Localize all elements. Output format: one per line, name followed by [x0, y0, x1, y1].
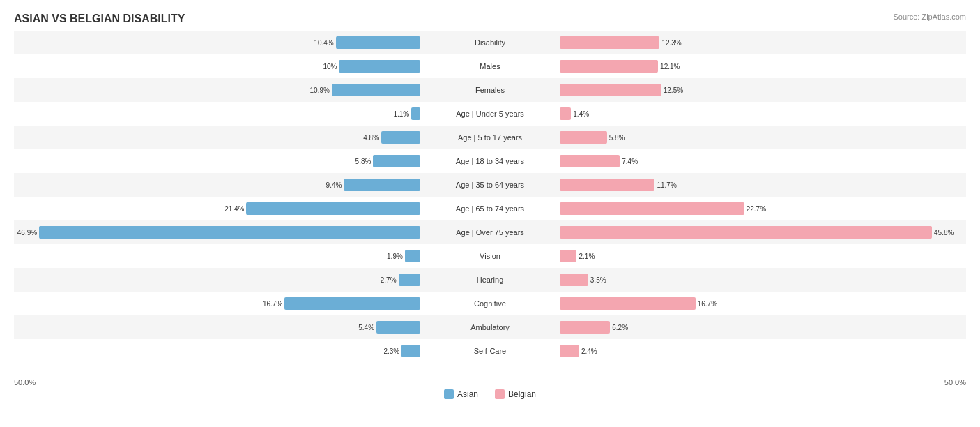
bar-pink: [560, 297, 696, 310]
bar-row: 21.4% Age | 65 to 74 years 22.7%: [14, 197, 966, 220]
bar-blue: [373, 155, 420, 167]
bar-left-wrapper: 10.4%: [14, 31, 420, 54]
bar-pink: [560, 107, 571, 120]
legend-box-asian: [444, 389, 454, 399]
val-left: 9.4%: [326, 181, 344, 189]
bar-left-wrapper: 5.4%: [14, 315, 420, 339]
axis-right: 50.0%: [944, 378, 966, 387]
bar-right-wrapper: 22.7%: [560, 197, 966, 220]
axis-labels: 50.0% 50.0%: [14, 378, 966, 387]
bar-right-wrapper: 2.1%: [560, 244, 966, 268]
bar-label: Age | Under 5 years: [420, 110, 560, 118]
chart-area: 10.4% Disability 12.3% 10% M: [14, 31, 966, 375]
val-left: 16.7%: [263, 300, 284, 308]
val-left: 46.9%: [17, 229, 39, 237]
val-left: 5.8%: [355, 158, 374, 165]
bar-right-wrapper: 11.7%: [560, 173, 966, 197]
bar-pink: [560, 36, 659, 49]
val-right: 22.7%: [744, 205, 766, 213]
bar-left-wrapper: 2.7%: [14, 268, 420, 292]
bar-blue: [376, 321, 420, 334]
bar-row: 1.9% Vision 2.1%: [14, 244, 966, 268]
bar-row: 4.8% Age | 5 to 17 years 5.8%: [14, 126, 966, 149]
val-right: 2.4%: [579, 347, 597, 355]
chart-title: ASIAN VS BELGIAN DISABILITY: [14, 13, 966, 25]
bar-right-wrapper: 12.5%: [560, 78, 966, 102]
val-left: 2.3%: [383, 347, 401, 355]
bar-label: Age | 18 to 34 years: [420, 157, 560, 165]
val-right: 12.5%: [661, 87, 683, 94]
bar-pink: [560, 321, 610, 334]
bar-row: 1.1% Age | Under 5 years 1.4%: [14, 102, 966, 126]
val-right: 6.2%: [610, 324, 628, 331]
val-right: 12.1%: [658, 63, 680, 70]
bar-right-wrapper: 45.8%: [560, 220, 966, 244]
axis-left: 50.0%: [14, 378, 36, 387]
bar-label: Disability: [420, 38, 560, 47]
legend-item-belgian: Belgian: [495, 389, 536, 399]
val-right: 7.4%: [620, 158, 638, 165]
chart-container: ASIAN VS BELGIAN DISABILITY Source: ZipA…: [0, 0, 980, 427]
bar-right-wrapper: 12.1%: [560, 54, 966, 78]
bar-label: Ambulatory: [420, 323, 560, 331]
bar-right-wrapper: 16.7%: [560, 292, 966, 315]
bar-label: Age | 35 to 64 years: [420, 181, 560, 189]
source-text: Source: ZipAtlas.com: [893, 13, 966, 21]
bar-pink: [560, 84, 661, 96]
bar-left-wrapper: 9.4%: [14, 173, 420, 197]
bar-pink: [560, 155, 620, 167]
bar-pink: [560, 179, 654, 191]
bar-row: 5.8% Age | 18 to 34 years 7.4%: [14, 149, 966, 173]
bar-pink: [560, 202, 744, 215]
bar-left-wrapper: 21.4%: [14, 197, 420, 220]
bar-right-wrapper: 3.5%: [560, 268, 966, 292]
bar-right-wrapper: 5.8%: [560, 126, 966, 149]
val-right: 11.7%: [654, 181, 676, 189]
bar-label: Age | 65 to 74 years: [420, 204, 560, 213]
bar-pink: [560, 274, 588, 286]
bar-label: Hearing: [420, 276, 560, 284]
bar-blue: [336, 36, 420, 49]
bar-right-wrapper: 6.2%: [560, 315, 966, 339]
bar-blue: [339, 60, 420, 73]
val-right: 3.5%: [588, 276, 606, 284]
val-left: 5.4%: [358, 324, 376, 331]
bar-blue: [332, 84, 420, 96]
val-right: 5.8%: [607, 134, 625, 142]
val-right: 45.8%: [932, 229, 954, 237]
legend-label-asian: Asian: [457, 389, 478, 399]
bar-row: 2.7% Hearing 3.5%: [14, 268, 966, 292]
val-right: 16.7%: [696, 300, 717, 308]
bar-label: Age | Over 75 years: [420, 228, 560, 237]
val-right: 2.1%: [576, 253, 595, 260]
val-left: 10.4%: [314, 39, 335, 47]
bar-row: 9.4% Age | 35 to 64 years 11.7%: [14, 173, 966, 197]
bar-pink: [560, 226, 932, 239]
val-left: 1.1%: [393, 110, 411, 118]
bar-blue: [246, 202, 420, 215]
bar-left-wrapper: 10.9%: [14, 78, 420, 102]
bar-blue: [399, 274, 420, 286]
bar-left-wrapper: 16.7%: [14, 292, 420, 315]
legend: Asian Belgian: [14, 389, 966, 399]
val-left: 10%: [323, 63, 339, 70]
bar-pink: [560, 131, 607, 144]
bar-blue: [411, 107, 420, 120]
bar-row: 2.3% Self-Care 2.4%: [14, 339, 966, 363]
bar-label: Cognitive: [420, 299, 560, 308]
bar-left-wrapper: 46.9%: [14, 220, 420, 244]
bar-row: 46.9% Age | Over 75 years 45.8%: [14, 220, 966, 244]
bar-row: 16.7% Cognitive 16.7%: [14, 292, 966, 315]
val-right: 1.4%: [571, 110, 589, 118]
bar-row: 10.9% Females 12.5%: [14, 78, 966, 102]
bar-left-wrapper: 4.8%: [14, 126, 420, 149]
bar-left-wrapper: 1.1%: [14, 102, 420, 126]
val-left: 4.8%: [363, 134, 381, 142]
bar-right-wrapper: 1.4%: [560, 102, 966, 126]
bar-label: Males: [420, 62, 560, 70]
bar-label: Vision: [420, 252, 560, 260]
bar-row: 10.4% Disability 12.3%: [14, 31, 966, 54]
bar-label: Self-Care: [420, 347, 560, 355]
bar-blue: [405, 250, 420, 262]
bar-left-wrapper: 10%: [14, 54, 420, 78]
